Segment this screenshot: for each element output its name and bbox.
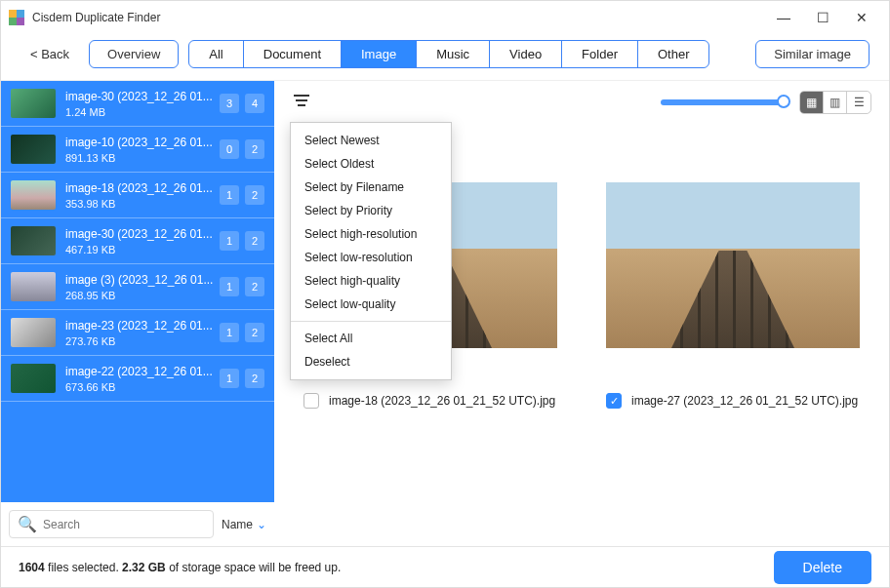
view-grid-button[interactable]: ▦	[800, 92, 824, 113]
status-label-2: of storage space will be freed up.	[169, 561, 341, 574]
thumbnail-size-slider[interactable]	[661, 99, 788, 105]
menu-item-deselect[interactable]: Deselect	[291, 350, 451, 373]
similar-image-button[interactable]: Similar image	[755, 40, 870, 68]
menu-item-select-low-resolution[interactable]: Select low-resolution	[291, 246, 451, 269]
duplicate-group-row[interactable]: image-23 (2023_12_26 01... 273.76 KB 1 2	[1, 310, 274, 356]
thumbnail	[11, 180, 56, 210]
selection-dropdown-menu: Select NewestSelect OldestSelect by File…	[290, 122, 452, 380]
menu-item-select-all[interactable]: Select All	[291, 327, 451, 350]
file-name: image-10 (2023_12_26 01...	[65, 136, 220, 149]
segment-folder[interactable]: Folder	[562, 41, 638, 67]
sidebar-footer: 🔍 Name ⌄	[1, 502, 274, 546]
status-label-1: files selected.	[48, 561, 119, 574]
duplicate-group-row[interactable]: image-22 (2023_12_26 01... 673.66 KB 1 2	[1, 356, 274, 402]
segment-music[interactable]: Music	[417, 41, 490, 67]
count-selected: 1	[220, 185, 239, 205]
sidebar: image-30 (2023_12_26 01... 1.24 MB 3 4 i…	[1, 81, 274, 546]
menu-item-select-newest[interactable]: Select Newest	[291, 129, 451, 152]
file-size: 673.66 KB	[65, 381, 220, 393]
file-size: 1.24 MB	[65, 106, 220, 118]
app-title: Cisdem Duplicate Finder	[32, 11, 160, 24]
thumbnail	[11, 318, 56, 347]
back-button[interactable]: < Back	[20, 41, 79, 67]
search-icon: 🔍	[18, 515, 37, 533]
duplicate-group-list: image-30 (2023_12_26 01... 1.24 MB 3 4 i…	[1, 81, 274, 502]
menu-item-select-oldest[interactable]: Select Oldest	[291, 152, 451, 176]
file-name: image (3) (2023_12_26 01...	[65, 273, 220, 287]
segment-video[interactable]: Video	[490, 41, 562, 67]
segment-image[interactable]: Image	[342, 41, 417, 67]
select-checkbox[interactable]: ✓	[606, 393, 622, 409]
count-total: 2	[245, 139, 264, 159]
content-toolbar: ▦ ▥ ☰	[274, 81, 889, 124]
duplicate-group-row[interactable]: image (3) (2023_12_26 01... 268.95 KB 1 …	[1, 264, 274, 310]
view-columns-button[interactable]: ▥	[824, 92, 847, 113]
count-total: 2	[245, 323, 264, 342]
file-size: 273.76 KB	[65, 335, 220, 347]
segment-all[interactable]: All	[189, 41, 243, 67]
file-name: image-30 (2023_12_26 01...	[65, 227, 220, 241]
count-total: 2	[245, 185, 264, 205]
count-selected: 1	[220, 231, 239, 251]
file-name: image-30 (2023_12_26 01...	[65, 90, 220, 103]
status-count: 1604	[19, 561, 45, 574]
category-segmented-control: AllDocumentImageMusicVideoFolderOther	[188, 40, 709, 68]
segment-document[interactable]: Document	[244, 41, 342, 67]
menu-item-select-high-resolution[interactable]: Select high-resolution	[291, 222, 451, 246]
file-size: 268.95 KB	[65, 290, 220, 301]
count-total: 2	[245, 277, 264, 296]
content-area: ▦ ▥ ☰ Select NewestSelect OldestSelect b…	[274, 81, 889, 546]
count-total: 2	[245, 369, 264, 388]
file-name: image-18 (2023_12_26 01...	[65, 181, 220, 195]
file-size: 891.13 KB	[65, 152, 220, 164]
filter-menu-icon[interactable]	[292, 93, 311, 113]
svg-rect-2	[9, 18, 17, 25]
overview-button[interactable]: Overview	[89, 40, 179, 68]
window-close-button[interactable]: ✕	[842, 1, 881, 34]
duplicate-group-row[interactable]: image-30 (2023_12_26 01... 467.19 KB 1 2	[1, 218, 274, 264]
count-selected: 1	[220, 277, 239, 296]
file-size: 467.19 KB	[65, 244, 220, 255]
file-name: image-23 (2023_12_26 01...	[65, 319, 220, 333]
menu-item-select-by-filename[interactable]: Select by Filename	[291, 176, 451, 199]
duplicate-group-row[interactable]: image-18 (2023_12_26 01... 353.98 KB 1 2	[1, 173, 274, 218]
thumbnail	[11, 272, 56, 301]
count-selected: 0	[220, 139, 239, 159]
count-total: 2	[245, 231, 264, 251]
app-icon	[9, 10, 24, 25]
thumbnail	[11, 364, 56, 393]
menu-item-select-low-quality[interactable]: Select low-quality	[291, 293, 451, 316]
window-maximize-button[interactable]: ☐	[803, 1, 842, 34]
status-bar: 1604 files selected. 2.32 GB of storage …	[1, 546, 889, 587]
thumbnail-card[interactable]: ✓ image-27 (2023_12_26 01_21_52 UTC).jpg	[606, 182, 860, 409]
sort-dropdown[interactable]: Name ⌄	[222, 518, 266, 531]
svg-rect-0	[9, 10, 17, 18]
chevron-down-icon: ⌄	[257, 518, 266, 531]
select-checkbox[interactable]	[303, 393, 319, 409]
segment-other[interactable]: Other	[638, 41, 709, 67]
count-selected: 1	[220, 323, 239, 342]
view-list-button[interactable]: ☰	[847, 92, 870, 113]
toolbar: < Back Overview AllDocumentImageMusicVid…	[1, 34, 889, 80]
file-name: image-22 (2023_12_26 01...	[65, 365, 220, 378]
menu-item-select-by-priority[interactable]: Select by Priority	[291, 199, 451, 222]
duplicate-group-row[interactable]: image-30 (2023_12_26 01... 1.24 MB 3 4	[1, 81, 274, 127]
preview-image	[606, 182, 860, 348]
status-size: 2.32 GB	[122, 561, 166, 574]
card-filename: image-27 (2023_12_26 01_21_52 UTC).jpg	[631, 394, 858, 408]
file-size: 353.98 KB	[65, 198, 220, 210]
menu-item-select-high-quality[interactable]: Select high-quality	[291, 269, 451, 293]
thumbnail	[11, 89, 56, 118]
window-minimize-button[interactable]: —	[764, 1, 803, 34]
delete-button[interactable]: Delete	[774, 551, 871, 584]
thumbnail	[11, 226, 56, 255]
view-mode-buttons: ▦ ▥ ☰	[799, 91, 871, 114]
count-total: 4	[245, 94, 264, 113]
svg-rect-1	[17, 10, 24, 18]
search-input[interactable]	[43, 518, 205, 531]
svg-rect-3	[17, 18, 24, 25]
thumbnail	[11, 135, 56, 164]
search-field[interactable]: 🔍	[9, 510, 214, 538]
duplicate-group-row[interactable]: image-10 (2023_12_26 01... 891.13 KB 0 2	[1, 127, 274, 173]
titlebar: Cisdem Duplicate Finder — ☐ ✕	[1, 1, 889, 34]
